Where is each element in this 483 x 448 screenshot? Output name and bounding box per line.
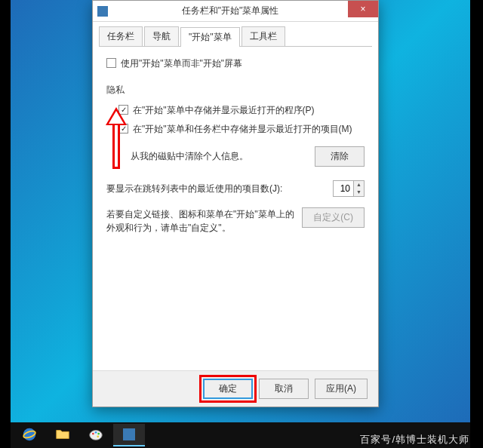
clear-row: 从我的磁贴中清除个人信息。 清除: [131, 146, 365, 167]
store-recent-items-label: 在"开始"菜单和任务栏中存储并显示最近打开的项目(M): [133, 123, 352, 136]
titlebar: 任务栏和"开始"菜单属性 ×: [93, 1, 378, 22]
tab-strip: 任务栏 导航 "开始"菜单 工具栏: [93, 22, 378, 46]
clear-button[interactable]: 清除: [315, 146, 365, 167]
folder-icon: [54, 426, 71, 445]
dialog-footer: 确定 取消 应用(A): [93, 370, 378, 407]
customize-button[interactable]: 自定义(C): [302, 207, 365, 228]
customize-text: 若要自定义链接、图标和菜单在"开始"菜单上的外观和行为，请单击"自定义"。: [106, 207, 294, 235]
recent-count-input[interactable]: [334, 181, 353, 196]
ie-icon: [21, 426, 38, 445]
svg-point-3: [92, 432, 94, 434]
properties-dialog: 任务栏和"开始"菜单属性 × 任务栏 导航 "开始"菜单 工具栏 使用"开始"菜…: [92, 0, 379, 407]
use-start-menu-label: 使用"开始"菜单而非"开始"屏幕: [121, 57, 242, 70]
properties-icon: [123, 428, 135, 440]
use-start-menu-checkbox[interactable]: [106, 58, 116, 68]
recent-count-label: 要显示在跳转列表中的最近使用的项目数(J):: [106, 183, 327, 195]
clear-text: 从我的磁贴中清除个人信息。: [131, 150, 315, 163]
spinner-down[interactable]: ▼: [354, 189, 364, 196]
use-start-menu-row: 使用"开始"菜单而非"开始"屏幕: [106, 57, 365, 70]
svg-point-4: [95, 431, 97, 433]
system-icon: [97, 6, 108, 17]
tab-content: 使用"开始"菜单而非"开始"屏幕 隐私 在"开始"菜单中存储并显示最近打开的程序…: [93, 47, 378, 371]
close-icon: ×: [360, 4, 365, 14]
taskbar-paint[interactable]: [80, 424, 112, 446]
ok-button[interactable]: 确定: [203, 379, 253, 399]
store-recent-programs-row: 在"开始"菜单中存储并显示最近打开的程序(P): [118, 104, 365, 117]
desktop-background: 任务栏和"开始"菜单属性 × 任务栏 导航 "开始"菜单 工具栏 使用"开始"菜…: [11, 0, 470, 422]
taskbar-properties[interactable]: [113, 424, 145, 446]
svg-point-6: [97, 435, 99, 437]
recent-count-row: 要显示在跳转列表中的最近使用的项目数(J): ▲ ▼: [106, 180, 365, 197]
tab-toolbars[interactable]: 工具栏: [242, 26, 285, 46]
watermark: 百家号/韩博士装机大师: [360, 433, 469, 446]
spinner-arrows: ▲ ▼: [353, 181, 364, 196]
svg-point-5: [97, 432, 100, 434]
store-recent-items-row: 在"开始"菜单和任务栏中存储并显示最近打开的项目(M): [118, 123, 365, 136]
tab-start-menu[interactable]: "开始"菜单: [180, 27, 240, 47]
store-recent-programs-label: 在"开始"菜单中存储并显示最近打开的程序(P): [133, 104, 315, 117]
store-recent-items-checkbox[interactable]: [118, 124, 128, 133]
taskbar-ie[interactable]: [14, 424, 45, 446]
tab-navigation[interactable]: 导航: [144, 26, 179, 46]
window-title: 任务栏和"开始"菜单属性: [112, 5, 348, 17]
tab-taskbar[interactable]: 任务栏: [99, 26, 143, 46]
customize-row: 若要自定义链接、图标和菜单在"开始"菜单上的外观和行为，请单击"自定义"。 自定…: [106, 207, 365, 235]
privacy-section-label: 隐私: [106, 84, 365, 97]
taskbar-explorer[interactable]: [47, 424, 78, 446]
recent-count-spinner[interactable]: ▲ ▼: [333, 180, 365, 197]
cancel-button[interactable]: 取消: [259, 379, 309, 399]
paint-icon: [88, 426, 104, 445]
close-button[interactable]: ×: [348, 1, 378, 17]
apply-button[interactable]: 应用(A): [315, 379, 368, 399]
store-recent-programs-checkbox[interactable]: [118, 105, 128, 115]
spinner-up[interactable]: ▲: [354, 181, 364, 189]
